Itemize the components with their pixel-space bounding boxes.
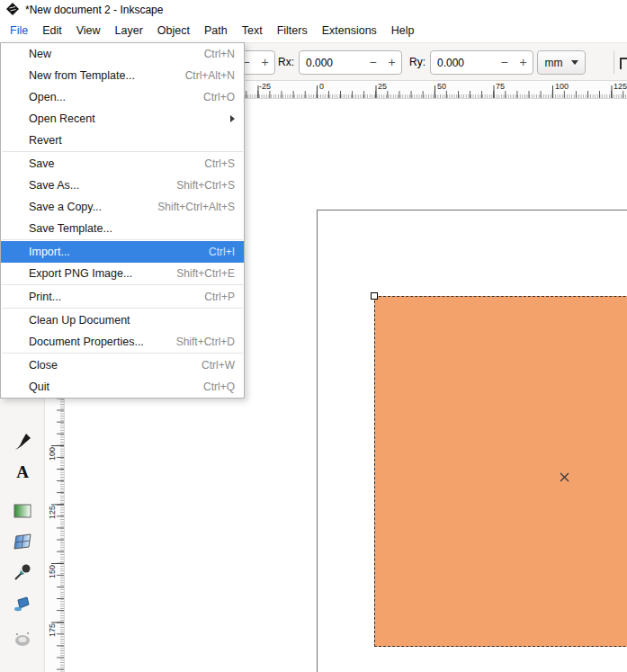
menu-item-save-as[interactable]: Save As... Shift+Ctrl+S bbox=[1, 175, 244, 196]
menu-text[interactable]: Text bbox=[235, 20, 270, 42]
sharp-corners-icon[interactable] bbox=[620, 58, 627, 69]
window-title: *New document 2 - Inkscape bbox=[25, 4, 163, 16]
vruler-label: 150 bbox=[48, 565, 57, 578]
menu-item-label: Save Template... bbox=[29, 222, 112, 235]
menu-item-export-png[interactable]: Export PNG Image... Shift+Ctrl+E bbox=[1, 263, 244, 284]
menu-separator bbox=[1, 151, 244, 153]
menu-item-save-template[interactable]: Save Template... bbox=[1, 218, 244, 239]
toolbar-separator bbox=[614, 51, 614, 74]
menu-item-print[interactable]: Print... Ctrl+P bbox=[1, 286, 244, 308]
menu-item-save-a-copy[interactable]: Save a Copy... Shift+Ctrl+Alt+S bbox=[1, 196, 244, 218]
menu-object[interactable]: Object bbox=[150, 20, 197, 42]
titlebar: *New document 2 - Inkscape bbox=[0, 0, 627, 20]
hruler-label: 25 bbox=[378, 82, 387, 91]
hruler-label: 75 bbox=[496, 82, 505, 91]
hruler-label: 0 bbox=[319, 82, 324, 91]
resize-handle[interactable] bbox=[371, 292, 378, 300]
mesh-gradient-icon bbox=[13, 532, 32, 555]
selected-rectangle[interactable] bbox=[374, 296, 627, 647]
menu-item-label: Open Recent bbox=[29, 112, 95, 125]
ry-value[interactable]: 0.000 bbox=[431, 57, 495, 69]
rx-value[interactable]: 0.000 bbox=[300, 57, 363, 69]
object-center-marker bbox=[560, 470, 569, 479]
hruler-label: -25 bbox=[259, 82, 271, 91]
menu-path[interactable]: Path bbox=[197, 20, 235, 42]
menu-item-quit[interactable]: Quit Ctrl+Q bbox=[1, 376, 244, 398]
spray-tool-button[interactable] bbox=[9, 667, 36, 672]
menu-item-shortcut: Ctrl+Alt+N bbox=[185, 69, 235, 82]
unit-value: mm bbox=[545, 57, 563, 69]
menu-item-shortcut: Shift+Ctrl+Alt+S bbox=[157, 201, 235, 213]
text-tool-button[interactable]: A bbox=[9, 461, 36, 488]
menu-item-label: Export PNG Image... bbox=[29, 267, 132, 280]
menu-item-shortcut: Ctrl+Q bbox=[203, 381, 235, 393]
spray-icon bbox=[13, 668, 32, 672]
ry-plus-button[interactable]: + bbox=[514, 51, 533, 74]
file-menu-dropdown: New Ctrl+N New from Template... Ctrl+Alt… bbox=[0, 42, 245, 399]
vruler-label: 125 bbox=[48, 506, 57, 519]
menu-item-label: New from Template... bbox=[29, 69, 135, 82]
calligraphy-icon bbox=[13, 432, 32, 455]
menu-item-label: Revert bbox=[29, 134, 62, 147]
menu-item-shortcut: Ctrl+I bbox=[209, 246, 235, 258]
gradient-tool-button[interactable] bbox=[9, 499, 36, 526]
rx-minus-button[interactable]: − bbox=[363, 51, 382, 74]
menu-item-clean-up-document[interactable]: Clean Up Document bbox=[1, 309, 244, 331]
submenu-arrow-icon bbox=[230, 115, 235, 122]
menu-item-close[interactable]: Close Ctrl+W bbox=[1, 354, 244, 376]
tweak-icon bbox=[13, 630, 32, 653]
menu-file[interactable]: File bbox=[3, 20, 35, 42]
menu-item-label: Document Properties... bbox=[29, 336, 144, 348]
menu-item-new-from-template[interactable]: New from Template... Ctrl+Alt+N bbox=[1, 65, 244, 86]
menu-separator bbox=[1, 353, 244, 354]
inkscape-logo-icon bbox=[6, 3, 19, 18]
spin-plus-button[interactable]: + bbox=[255, 51, 274, 74]
unit-dropdown[interactable]: mm bbox=[537, 50, 586, 75]
menu-item-label: Open... bbox=[29, 91, 66, 103]
menu-view[interactable]: View bbox=[69, 20, 108, 42]
menu-item-shortcut: Shift+Ctrl+S bbox=[176, 179, 235, 192]
menu-item-save[interactable]: Save Ctrl+S bbox=[1, 153, 244, 175]
menu-item-shortcut: Ctrl+O bbox=[203, 91, 235, 103]
menu-item-shortcut: Ctrl+S bbox=[204, 157, 235, 170]
vruler-label: 175 bbox=[48, 623, 57, 637]
inkscape-window: *New document 2 - Inkscape File Edit Vie… bbox=[0, 0, 627, 672]
menu-item-label: Import... bbox=[29, 246, 70, 258]
menu-layer[interactable]: Layer bbox=[108, 20, 150, 42]
paint-bucket-icon bbox=[13, 593, 32, 616]
menu-item-new[interactable]: New Ctrl+N bbox=[1, 43, 244, 65]
menu-item-label: Clean Up Document bbox=[29, 314, 130, 327]
calligraphy-tool-button[interactable] bbox=[9, 430, 36, 457]
menu-item-shortcut: Ctrl+N bbox=[204, 48, 235, 60]
menu-separator bbox=[1, 239, 244, 241]
dropper-tool-button[interactable] bbox=[9, 560, 36, 587]
menu-item-label: New bbox=[29, 48, 51, 60]
menu-item-open-recent[interactable]: Open Recent bbox=[1, 108, 244, 130]
gradient-icon bbox=[13, 501, 32, 524]
rx-label: Rx: bbox=[278, 50, 294, 75]
menu-item-import[interactable]: Import... Ctrl+I bbox=[1, 241, 244, 263]
menu-item-label: Save a Copy... bbox=[29, 201, 102, 213]
menu-extensions[interactable]: Extensions bbox=[315, 20, 384, 42]
menu-item-open[interactable]: Open... Ctrl+O bbox=[1, 86, 244, 108]
menu-item-revert[interactable]: Revert bbox=[1, 130, 244, 151]
vruler-label: 100 bbox=[48, 447, 57, 461]
menu-separator bbox=[1, 308, 244, 309]
dropper-icon bbox=[13, 562, 32, 586]
paint-bucket-tool-button[interactable] bbox=[9, 591, 36, 618]
tweak-tool-button[interactable] bbox=[9, 628, 36, 655]
rx-plus-button[interactable]: + bbox=[382, 51, 401, 74]
menu-help[interactable]: Help bbox=[384, 20, 422, 42]
ry-input[interactable]: 0.000 − + bbox=[430, 50, 533, 75]
ry-minus-button[interactable]: − bbox=[495, 51, 514, 74]
hruler-label: 100 bbox=[555, 82, 569, 91]
menu-item-document-properties[interactable]: Document Properties... Shift+Ctrl+D bbox=[1, 331, 244, 353]
menu-item-label: Close bbox=[29, 359, 58, 372]
rx-input[interactable]: 0.000 − + bbox=[299, 50, 402, 75]
menu-filters[interactable]: Filters bbox=[270, 20, 315, 42]
menu-item-shortcut: Shift+Ctrl+E bbox=[176, 267, 235, 280]
menu-edit[interactable]: Edit bbox=[35, 20, 69, 42]
menu-item-label: Quit bbox=[29, 381, 49, 393]
menu-item-shortcut: Ctrl+P bbox=[204, 291, 235, 303]
mesh-gradient-tool-button[interactable] bbox=[9, 530, 36, 557]
